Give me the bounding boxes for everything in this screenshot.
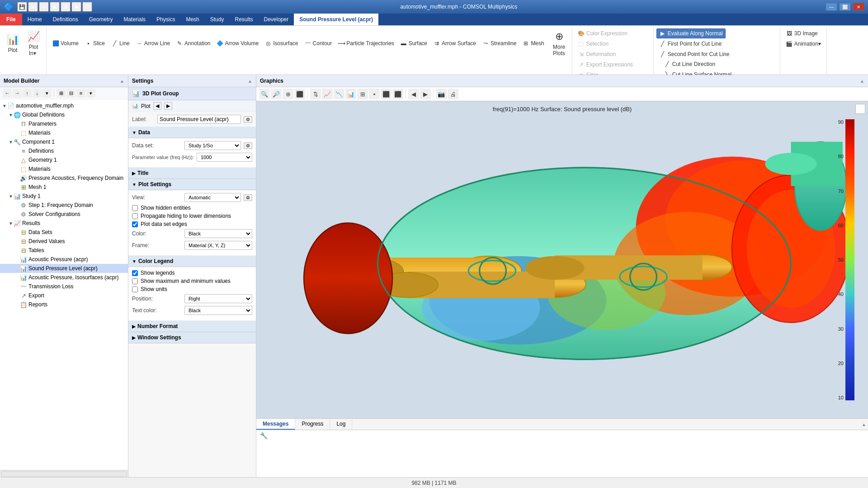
- graphics-collapse-btn[interactable]: ▲: [860, 79, 864, 84]
- mb-up-button[interactable]: ↑: [23, 89, 32, 98]
- close-button[interactable]: ✕: [853, 3, 864, 11]
- graph1-btn[interactable]: 📈: [322, 89, 333, 99]
- plot-in-button[interactable]: 📈 PlotIn▾: [24, 28, 43, 58]
- mesh-menu[interactable]: Mesh: [180, 14, 204, 25]
- view-select[interactable]: Automatic: [184, 193, 241, 202]
- second-point-cut-line-button[interactable]: ╱Second Point for Cut Line: [656, 49, 732, 59]
- mesh-plot-button[interactable]: ⊞Mesh: [519, 38, 547, 48]
- line-button[interactable]: ╱Line: [108, 38, 132, 48]
- table-btn[interactable]: ⊞: [357, 89, 368, 99]
- color-expression-button[interactable]: 🎨Color Expression: [575, 28, 630, 38]
- tree-item-mesh1[interactable]: ▶ ⊞ Mesh 1: [0, 183, 128, 192]
- graph2-btn[interactable]: 📉: [334, 89, 344, 99]
- zoom-in-btn[interactable]: 🔍: [259, 89, 270, 99]
- undo-button[interactable]: ↩: [28, 2, 38, 12]
- expand-arrow-root[interactable]: ▼: [2, 103, 7, 108]
- param-select[interactable]: 1000: [197, 153, 252, 162]
- 3d-image-button[interactable]: 🖼3D Image: [783, 28, 821, 38]
- minimize-button[interactable]: —: [826, 3, 837, 11]
- deformation-button[interactable]: ⇲Deformation: [575, 49, 618, 59]
- physics-menu[interactable]: Physics: [151, 14, 180, 25]
- toggle2-btn[interactable]: ⬛: [381, 89, 392, 99]
- show-legends-checkbox[interactable]: [132, 270, 138, 276]
- progress-tab[interactable]: Progress: [295, 419, 330, 430]
- number-format-section-header[interactable]: ▶ Number Format: [128, 321, 256, 332]
- tree-item-reports[interactable]: ▶ 📋 Reports: [0, 300, 128, 309]
- next-view-btn[interactable]: ▶: [420, 89, 431, 99]
- show-max-min-checkbox[interactable]: [132, 278, 138, 284]
- tree-item-transmission-loss[interactable]: ▶ 〰 Transmission Loss: [0, 282, 128, 291]
- zoom-out-btn[interactable]: 🔎: [271, 89, 282, 99]
- definitions-menu[interactable]: Definitions: [47, 14, 84, 25]
- maximize-button[interactable]: ⬜: [839, 3, 851, 11]
- volume-button[interactable]: 🟦Volume: [49, 38, 81, 48]
- graphics-viewport[interactable]: freq(91)=1000 Hz Surface: Sound pressure…: [256, 101, 868, 418]
- label-input[interactable]: [157, 115, 241, 124]
- home-menu[interactable]: Home: [22, 14, 47, 25]
- developer-menu[interactable]: Developer: [258, 14, 294, 25]
- frame-select[interactable]: Material (X, Y, Z): [184, 241, 252, 250]
- mb-collapse-btn[interactable]: ▲: [120, 79, 124, 84]
- graph3-btn[interactable]: 📊: [345, 89, 356, 99]
- cut-line-direction-button[interactable]: ╱Cut Line Direction: [661, 59, 718, 69]
- show-units-checkbox[interactable]: [132, 286, 138, 292]
- tree-item-datasets[interactable]: ▶ ⊟ Data Sets: [0, 228, 128, 237]
- mb-menu-button[interactable]: ▾: [42, 89, 52, 98]
- arrow-volume-button[interactable]: 🔷Arrow Volume: [213, 38, 261, 48]
- selection-button[interactable]: ⬚Selection: [575, 39, 611, 49]
- mb-back-button[interactable]: ←: [3, 89, 12, 98]
- surface-button[interactable]: ▬Surface: [397, 38, 430, 48]
- mb-forward-button[interactable]: →: [13, 89, 22, 98]
- expand-global[interactable]: ▼: [8, 113, 14, 117]
- compute-button[interactable]: ▶: [50, 2, 60, 12]
- materials-menu[interactable]: Materials: [118, 14, 151, 25]
- plot-settings-section-header[interactable]: ▼ Plot Settings: [128, 179, 256, 190]
- more-plots-button[interactable]: ⊕ MorePlots: [549, 28, 569, 58]
- color-select[interactable]: Black: [184, 229, 252, 238]
- expand-component[interactable]: ▼: [8, 140, 14, 145]
- position-select[interactable]: Right: [184, 294, 252, 303]
- save-button[interactable]: 💾: [17, 2, 27, 12]
- mb-scrollbar[interactable]: [1, 471, 127, 477]
- mb-down-button[interactable]: ↓: [33, 89, 42, 98]
- dataset-select[interactable]: Study 1/So: [184, 141, 241, 150]
- export-expressions-button[interactable]: ↗Export Expressions: [575, 60, 636, 70]
- data-section-header[interactable]: ▼ Data: [128, 127, 256, 138]
- tree-item-component1[interactable]: ▼ 🔧 Component 1: [0, 137, 128, 146]
- log-tab[interactable]: Log: [330, 419, 352, 430]
- toggle3-btn[interactable]: ⬛: [392, 89, 403, 99]
- tree-item-solver-config[interactable]: ▶ ⚙ Solver Configurations: [0, 210, 128, 219]
- tree-item-spl[interactable]: ▶ 📊 Sound Pressure Level (acpr): [0, 264, 128, 273]
- arrow-line-button[interactable]: →Arrow Line: [133, 38, 173, 48]
- isosurface-button[interactable]: ◎Isosurface: [262, 38, 301, 48]
- particle-traj-button[interactable]: ⟿Particle Trajectories: [335, 38, 396, 48]
- more-qa-button[interactable]: ▽: [82, 2, 92, 12]
- mb-view-button[interactable]: ▾: [86, 89, 95, 98]
- pause-button[interactable]: ⏸: [61, 2, 71, 12]
- tree-item-geometry1[interactable]: ▶ △ Geometry 1: [0, 155, 128, 164]
- screenshot-btn[interactable]: 📷: [436, 89, 447, 99]
- tree-item-study1[interactable]: ▼ 📊 Study 1: [0, 192, 128, 201]
- spl-menu[interactable]: Sound Pressure Level (acpr): [294, 14, 378, 25]
- plot-button[interactable]: 📊 Plot: [3, 32, 23, 55]
- tree-item-derived[interactable]: ▶ ⊟ Derived Values: [0, 237, 128, 246]
- zoom-selection-btn[interactable]: ⬛: [294, 89, 305, 99]
- expand-results[interactable]: ▼: [8, 221, 14, 226]
- text-color-select[interactable]: Black: [184, 306, 252, 315]
- window-settings-section-header[interactable]: ▶ Window Settings: [128, 332, 256, 343]
- plot-fwd-btn[interactable]: ▶: [164, 102, 172, 110]
- show-hidden-checkbox[interactable]: [132, 205, 138, 211]
- plot-back-btn[interactable]: ◀: [153, 102, 161, 110]
- propagate-hiding-checkbox[interactable]: [132, 213, 138, 219]
- stop-button[interactable]: ■: [71, 2, 81, 12]
- file-menu[interactable]: File: [0, 14, 22, 25]
- slice-button[interactable]: ▪Slice: [82, 38, 108, 48]
- tree-item-pressure-acoustics[interactable]: ▶ 🔊 Pressure Acoustics, Frequency Domain: [0, 174, 128, 183]
- redo-button[interactable]: ↪: [39, 2, 49, 12]
- tree-item-acoustic-pressure[interactable]: ▶ 📊 Acoustic Pressure (acpr): [0, 255, 128, 264]
- prev-view-btn[interactable]: ◀: [408, 89, 419, 99]
- mb-collapse-all-button[interactable]: ⊟: [66, 89, 75, 98]
- tree-item-definitions[interactable]: ▶ ≡ Definitions: [0, 146, 128, 155]
- tree-item-parameters[interactable]: ▶ Π Parameters: [0, 119, 128, 128]
- rotate-btn[interactable]: ⇅: [310, 89, 321, 99]
